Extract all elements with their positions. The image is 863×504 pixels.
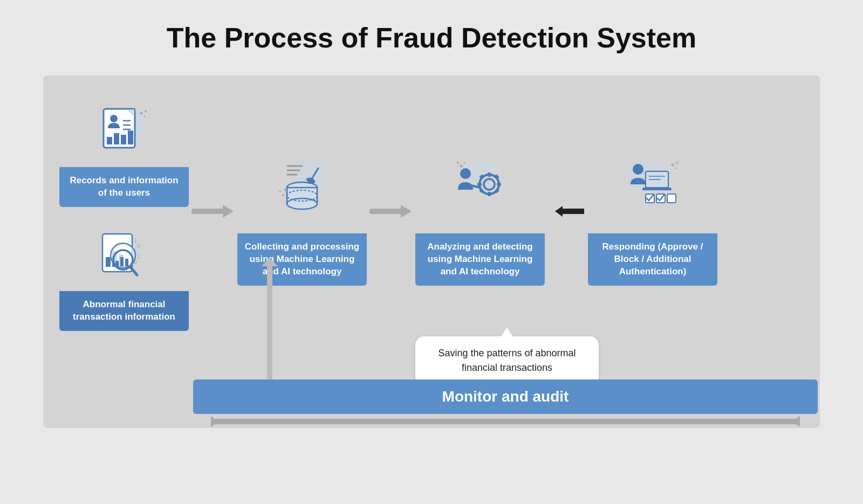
svg-rect-50 — [488, 192, 491, 196]
svg-point-11 — [145, 110, 147, 112]
svg-rect-51 — [477, 183, 482, 186]
records-label: Records and information of the users — [59, 167, 189, 207]
svg-point-41 — [279, 191, 281, 192]
arrow-to-collecting — [189, 202, 237, 221]
svg-point-45 — [460, 168, 471, 179]
svg-rect-20 — [106, 257, 111, 267]
search-chart-icon: 1 0 1 1 0 — [97, 227, 151, 281]
abnormal-label: Abnormal financial transaction informati… — [59, 291, 189, 331]
svg-point-58 — [457, 162, 459, 164]
analyzing-icon-area — [415, 136, 545, 233]
database-ml-icon — [272, 156, 332, 216]
main-content: Records and information of the users 1 0 — [43, 75, 820, 428]
svg-point-12 — [144, 116, 146, 118]
document-user-icon — [97, 103, 151, 157]
responding-icon-area — [588, 136, 717, 233]
responding-label: Responding (Approve / Block / Additional… — [588, 233, 717, 286]
svg-rect-9 — [128, 130, 133, 144]
bubble-tail — [501, 328, 513, 337]
speech-bubble-text: Saving the patterns of abnormal financia… — [438, 348, 576, 373]
speech-bubble: Saving the patterns of abnormal financia… — [415, 336, 599, 385]
diagram-area: Records and information of the users 1 0 — [59, 92, 804, 417]
svg-rect-78 — [211, 419, 800, 424]
svg-point-57 — [460, 165, 463, 168]
records-icon-area — [59, 92, 189, 167]
svg-rect-68 — [642, 188, 672, 190]
svg-rect-7 — [114, 133, 119, 144]
svg-rect-8 — [121, 135, 126, 144]
svg-rect-52 — [497, 183, 501, 186]
svg-marker-75 — [262, 258, 278, 266]
double-arrow-wrapper — [193, 413, 818, 430]
page-title: The Process of Fraud Detection System — [167, 22, 697, 54]
black-left-arrow — [545, 204, 588, 219]
svg-point-63 — [633, 164, 643, 175]
svg-point-59 — [464, 162, 465, 164]
records-box: Records and information of the users — [59, 92, 189, 207]
responding-box: Responding (Approve / Block / Additional… — [588, 136, 717, 286]
abnormal-icon-area: 1 0 1 1 0 — [59, 216, 189, 291]
svg-marker-79 — [791, 416, 800, 427]
svg-point-2 — [110, 115, 118, 122]
svg-text:0: 0 — [137, 243, 140, 249]
svg-rect-71 — [667, 194, 676, 203]
bottom-section: Saving the patterns of abnormal financia… — [59, 331, 804, 417]
analyzing-box: Analyzing and detecting using Machine Le… — [415, 136, 545, 286]
monitor-bar: Monitor and audit — [193, 379, 818, 414]
person-laptop-checklist-icon — [623, 156, 682, 216]
gear-person-icon — [450, 156, 510, 216]
svg-point-73 — [676, 162, 678, 164]
analyzing-label: Analyzing and detecting using Machine Le… — [415, 233, 545, 286]
svg-text:1: 1 — [137, 254, 140, 260]
svg-rect-6 — [107, 137, 112, 144]
svg-rect-26 — [120, 257, 124, 266]
flow-row: Records and information of the users 1 0 — [59, 92, 804, 331]
svg-point-72 — [672, 164, 674, 167]
svg-rect-27 — [125, 259, 128, 266]
svg-rect-61 — [563, 209, 584, 214]
svg-point-74 — [675, 168, 677, 169]
svg-point-40 — [282, 194, 284, 196]
svg-marker-43 — [401, 205, 412, 218]
svg-point-42 — [284, 189, 287, 191]
arrow-to-analyzing — [367, 202, 415, 221]
svg-marker-60 — [555, 206, 563, 217]
collecting-icon-area — [237, 136, 367, 233]
svg-rect-49 — [488, 172, 491, 177]
abnormal-box: 1 0 1 1 0 — [59, 216, 189, 331]
svg-point-10 — [140, 112, 143, 115]
double-arrow-svg — [209, 413, 802, 430]
svg-marker-30 — [223, 205, 234, 218]
left-column: Records and information of the users 1 0 — [59, 92, 189, 331]
